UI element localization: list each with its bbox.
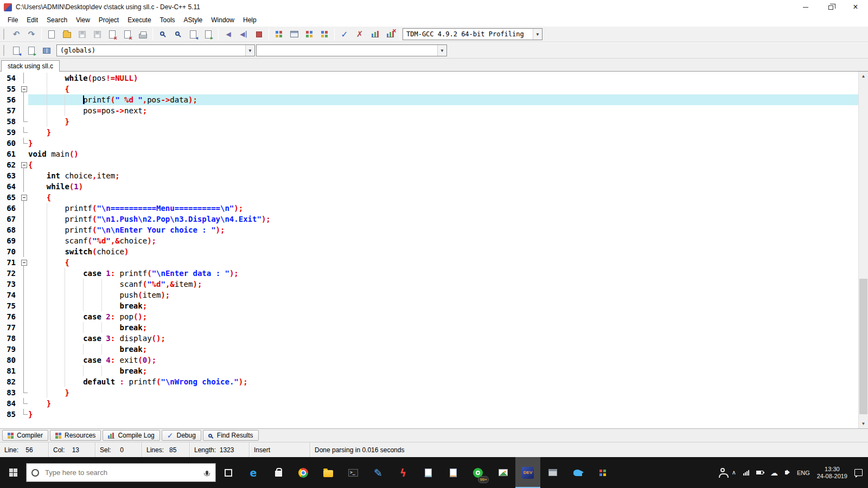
code-line-77[interactable]: 77break; <box>0 322 858 333</box>
forward-button[interactable]: ◀| <box>237 28 251 41</box>
goto-line-button[interactable] <box>201 28 215 41</box>
action-center-icon[interactable] <box>854 469 863 476</box>
goto-definition-button[interactable] <box>24 44 39 57</box>
undo-button[interactable]: ↶ <box>9 28 23 41</box>
language-indicator[interactable]: ENG <box>797 470 810 476</box>
save-button[interactable] <box>75 28 89 41</box>
scroll-down-button[interactable]: ▼ <box>859 419 868 428</box>
code-line-84[interactable]: 84} <box>0 398 858 409</box>
close-file-button[interactable] <box>105 28 119 41</box>
panel-tab-debug[interactable]: ✓Debug <box>162 430 201 441</box>
task-view-taskbar-button[interactable] <box>216 457 241 488</box>
globals-select[interactable]: (globals) ▼ <box>56 44 255 56</box>
flash-taskbar-button[interactable]: ϟ <box>391 457 416 488</box>
line-number[interactable]: 64 <box>0 181 20 192</box>
line-number[interactable]: 75 <box>0 300 20 311</box>
fold-toggle-icon[interactable] <box>20 192 28 203</box>
code-line-57[interactable]: 57pos=pos->next; <box>0 105 858 116</box>
code-line-58[interactable]: 58} <box>0 116 858 127</box>
code-area[interactable]: 54while(pos!=NULL)55{56printf(" %d ",pos… <box>0 72 858 428</box>
line-number[interactable]: 84 <box>0 398 20 409</box>
menu-window[interactable]: Window <box>207 15 239 25</box>
code-line-72[interactable]: 72case 1: printf("\nEnter data : "); <box>0 268 858 279</box>
line-number[interactable]: 85 <box>0 409 20 420</box>
program-reset-button[interactable] <box>252 28 266 41</box>
menu-search[interactable]: Search <box>42 15 72 25</box>
twitter-taskbar-button[interactable] <box>565 457 590 488</box>
line-number[interactable]: 74 <box>0 290 20 300</box>
line-number[interactable]: 56 <box>0 94 20 105</box>
chat-app-taskbar-button[interactable]: 99+ <box>465 457 490 488</box>
onedrive-cloud-icon[interactable]: ☁ <box>770 468 778 477</box>
line-number[interactable]: 79 <box>0 344 20 355</box>
hidden-icons-chevron[interactable]: ∧ <box>732 469 736 476</box>
menu-view[interactable]: View <box>72 15 94 25</box>
line-number[interactable]: 70 <box>0 246 20 257</box>
scrollbar-thumb[interactable] <box>859 279 867 414</box>
menu-execute[interactable]: Execute <box>123 15 155 25</box>
code-line-55[interactable]: 55{ <box>0 84 858 94</box>
code-line-61[interactable]: 61void main() <box>0 149 858 159</box>
menu-file[interactable]: File <box>3 15 22 25</box>
window-app-taskbar-button[interactable] <box>540 457 565 488</box>
line-number[interactable]: 57 <box>0 105 20 116</box>
taskbar-search[interactable] <box>26 463 216 482</box>
compile-and-run-button[interactable] <box>302 28 316 41</box>
writer-app-taskbar-button[interactable] <box>441 457 465 488</box>
line-number[interactable]: 68 <box>0 224 20 235</box>
code-line-54[interactable]: 54while(pos!=NULL) <box>0 73 858 84</box>
photos-app-taskbar-button[interactable] <box>490 457 515 488</box>
fold-toggle-icon[interactable] <box>20 257 28 268</box>
line-number[interactable]: 59 <box>0 127 20 138</box>
menu-astyle[interactable]: AStyle <box>180 15 207 25</box>
code-line-75[interactable]: 75break; <box>0 300 858 311</box>
close-all-button[interactable] <box>120 28 135 41</box>
menu-edit[interactable]: Edit <box>22 15 42 25</box>
document-app-taskbar-button[interactable] <box>416 457 441 488</box>
code-line-64[interactable]: 64while(1) <box>0 181 858 192</box>
dev-cpp-taskbar-button[interactable]: DEV <box>515 457 540 488</box>
line-number[interactable]: 61 <box>0 149 20 159</box>
code-line-82[interactable]: 82default : printf("\nWrong choice."); <box>0 376 858 387</box>
battery-icon[interactable] <box>756 471 763 474</box>
new-source-button[interactable] <box>44 28 59 41</box>
code-line-83[interactable]: 83} <box>0 387 858 398</box>
line-number[interactable]: 54 <box>0 73 20 84</box>
goto-declaration-button[interactable] <box>9 44 23 57</box>
edge-taskbar-button[interactable]: e <box>241 457 266 488</box>
line-number[interactable]: 73 <box>0 279 20 290</box>
panel-tab-find-results[interactable]: Find Results <box>203 430 259 441</box>
line-number[interactable]: 58 <box>0 116 20 127</box>
code-line-60[interactable]: 60} <box>0 138 858 149</box>
line-number[interactable]: 69 <box>0 235 20 246</box>
minimize-button[interactable] <box>793 0 818 14</box>
close-button[interactable]: × <box>843 0 868 14</box>
search-input[interactable] <box>44 468 201 477</box>
back-button[interactable]: ◀ <box>221 28 235 41</box>
line-number[interactable]: 67 <box>0 214 20 224</box>
code-line-78[interactable]: 78case 3: display(); <box>0 333 858 344</box>
console-taskbar-button[interactable]: >_ <box>341 457 366 488</box>
code-line-56[interactable]: 56printf(" %d ",pos->data); <box>0 94 858 105</box>
line-number[interactable]: 76 <box>0 311 20 322</box>
fold-toggle-icon[interactable] <box>20 84 28 94</box>
code-line-65[interactable]: 65{ <box>0 192 858 203</box>
line-number[interactable]: 77 <box>0 322 20 333</box>
code-line-59[interactable]: 59} <box>0 127 858 138</box>
line-number[interactable]: 65 <box>0 192 20 203</box>
scroll-up-button[interactable]: ▲ <box>859 72 868 81</box>
line-number[interactable]: 63 <box>0 170 20 181</box>
line-number[interactable]: 66 <box>0 203 20 214</box>
line-number[interactable]: 78 <box>0 333 20 344</box>
code-line-63[interactable]: 63int choice,item; <box>0 170 858 181</box>
code-editor[interactable]: 54while(pos!=NULL)55{56printf(" %d ",pos… <box>0 72 868 428</box>
speaker-icon[interactable] <box>785 471 787 474</box>
code-line-67[interactable]: 67printf("\n1.Push\n2.Pop\n3.Display\n4.… <box>0 214 858 224</box>
compiler-profile-select[interactable]: TDM-GCC 4.9.2 64-bit Profiling ▼ <box>403 28 542 40</box>
code-line-62[interactable]: 62{ <box>0 159 858 170</box>
save-all-button[interactable] <box>90 28 104 41</box>
line-number[interactable]: 83 <box>0 387 20 398</box>
network-signal-icon[interactable] <box>743 470 749 476</box>
delete-profiling-button[interactable] <box>383 28 397 41</box>
code-line-76[interactable]: 76case 2: pop(); <box>0 311 858 322</box>
